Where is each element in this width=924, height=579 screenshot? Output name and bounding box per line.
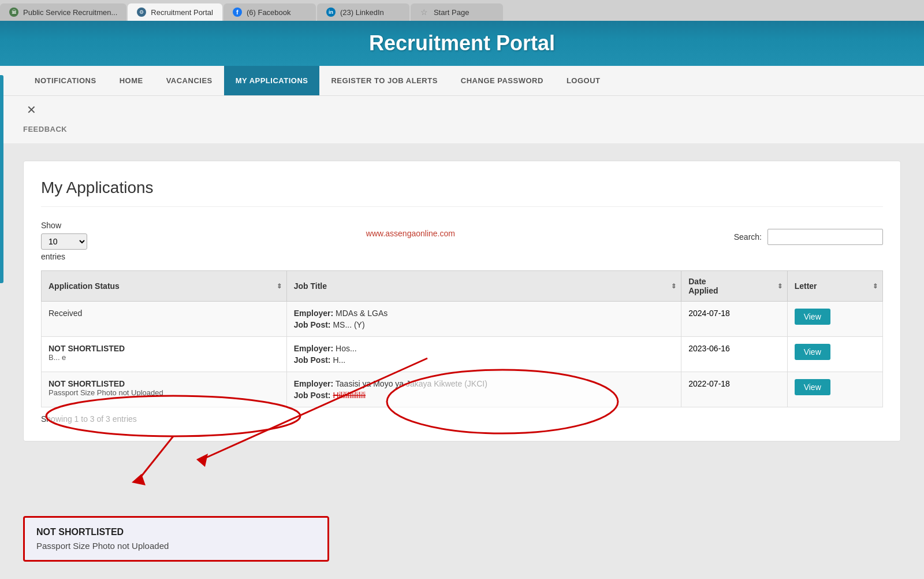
row3-job: Employer: Taasisi ya Moyo ya Jakaya Kikw… xyxy=(286,372,681,407)
search-label: Search: xyxy=(734,232,762,242)
table-body: Received Employer: MDAs & LGAs Job Post:… xyxy=(42,302,883,407)
annotation-title: NOT SHORTLISTED xyxy=(36,527,316,537)
show-controls: Show 10 25 50 100 entries xyxy=(41,221,87,261)
row3-status: NOT SHORTLISTED Passport Size Photo not … xyxy=(42,372,287,407)
nav-vacancies[interactable]: VACANCIES xyxy=(155,66,224,95)
applications-card: My Applications Show 10 25 50 100 entrie… xyxy=(23,161,901,441)
table-row: Received Employer: MDAs & LGAs Job Post:… xyxy=(42,302,883,337)
close-area: ✕ xyxy=(0,96,924,124)
nav-change-password[interactable]: CHANGE PASSWORD xyxy=(449,66,555,95)
nav-bar: NOTIFICATIONS HOME VACANCIES MY APPLICAT… xyxy=(0,66,924,96)
tab-linkedin-label: (23) LinkedIn xyxy=(340,8,384,17)
row2-date: 2023-06-16 xyxy=(681,337,787,372)
tab-gov[interactable]: 🏛 Public Service Recruitmen... xyxy=(0,3,126,21)
table-row: NOT SHORTLISTED B... e Employer: Hos... … xyxy=(42,337,883,372)
tab-gov-label: Public Service Recruitmen... xyxy=(23,8,117,17)
tab-start-label: Start Page xyxy=(434,8,469,17)
star-icon: ☆ xyxy=(420,8,429,17)
tab-facebook-label: (6) Facebook xyxy=(247,8,291,17)
row2-status: NOT SHORTLISTED B... e xyxy=(42,337,287,372)
site-title: Recruitment Portal xyxy=(0,31,924,55)
sort-letter-icon[interactable]: ⇕ xyxy=(873,283,878,290)
site-header: Recruitment Portal xyxy=(0,21,924,66)
nav-register-alerts[interactable]: REGISTER TO JOB ALERTS xyxy=(319,66,449,95)
annotation-body: Passport Size Photo not Uploaded xyxy=(36,541,316,551)
tab-portal-label: Recruitment Portal xyxy=(151,8,213,17)
row1-view-button[interactable]: View xyxy=(795,309,830,325)
main-content: My Applications Show 10 25 50 100 entrie… xyxy=(0,143,924,459)
nav-notifications[interactable]: NOTIFICATIONS xyxy=(23,66,108,95)
row2-letter: View xyxy=(787,337,882,372)
nav-home[interactable]: HOME xyxy=(108,66,155,95)
row1-letter: View xyxy=(787,302,882,337)
col-status: Application Status ⇕ xyxy=(42,271,287,302)
watermark: www.assengaonline.com xyxy=(87,221,734,238)
search-area: Search: xyxy=(734,221,883,245)
col-letter: Letter ⇕ xyxy=(787,271,882,302)
table-header: Application Status ⇕ Job Title ⇕ DateApp… xyxy=(42,271,883,302)
row3-view-button[interactable]: View xyxy=(795,379,830,395)
col-date-applied: DateApplied ⇕ xyxy=(681,271,787,302)
gov-icon: 🏛 xyxy=(9,8,18,17)
row2-view-button[interactable]: View xyxy=(795,344,830,360)
row1-job: Employer: MDAs & LGAs Job Post: MS... (Y… xyxy=(286,302,681,337)
svg-marker-5 xyxy=(132,474,146,485)
show-select-wrapper: 10 25 50 100 xyxy=(41,233,87,250)
table-controls: Show 10 25 50 100 entries www.assengaonl… xyxy=(41,221,883,261)
annotation-box: NOT SHORTLISTED Passport Size Photo not … xyxy=(23,516,329,562)
entries-label: entries xyxy=(41,252,87,261)
browser-tabs: 🏛 Public Service Recruitmen... ⚙ Recruit… xyxy=(0,0,924,21)
show-label: Show xyxy=(41,221,87,230)
row1-date: 2024-07-18 xyxy=(681,302,787,337)
feedback-link[interactable]: FEEDBACK xyxy=(23,125,67,133)
tab-linkedin[interactable]: in (23) LinkedIn xyxy=(317,3,409,21)
applications-table: Application Status ⇕ Job Title ⇕ DateApp… xyxy=(41,270,883,407)
portal-icon: ⚙ xyxy=(137,8,146,17)
row3-letter: View xyxy=(787,372,882,407)
tab-start[interactable]: ☆ Start Page xyxy=(411,3,503,21)
search-input[interactable] xyxy=(767,229,883,245)
close-button[interactable]: ✕ xyxy=(23,102,39,118)
row2-job: Employer: Hos... Job Post: H... xyxy=(286,337,681,372)
sort-date-icon[interactable]: ⇕ xyxy=(777,283,783,290)
table-footer: Showing 1 to 3 of 3 entries xyxy=(41,414,883,424)
sort-status-icon[interactable]: ⇕ xyxy=(277,283,282,290)
row3-date: 2022-07-18 xyxy=(681,372,787,407)
nav-logout[interactable]: LOGOUT xyxy=(555,66,612,95)
tab-portal[interactable]: ⚙ Recruitment Portal xyxy=(128,3,222,21)
table-row: NOT SHORTLISTED Passport Size Photo not … xyxy=(42,372,883,407)
nav-my-applications[interactable]: MY APPLICATIONS xyxy=(224,66,320,95)
tab-facebook[interactable]: f (6) Facebook xyxy=(223,3,316,21)
page-title: My Applications xyxy=(41,179,883,207)
sort-job-icon[interactable]: ⇕ xyxy=(671,283,676,290)
linkedin-icon: in xyxy=(326,8,336,17)
row1-status: Received xyxy=(42,302,287,337)
show-select[interactable]: 10 25 50 100 xyxy=(41,233,87,250)
feedback-area: FEEDBACK xyxy=(0,124,924,143)
left-accent-bar xyxy=(0,75,3,283)
col-job-title: Job Title ⇕ xyxy=(286,271,681,302)
facebook-icon: f xyxy=(233,8,242,17)
